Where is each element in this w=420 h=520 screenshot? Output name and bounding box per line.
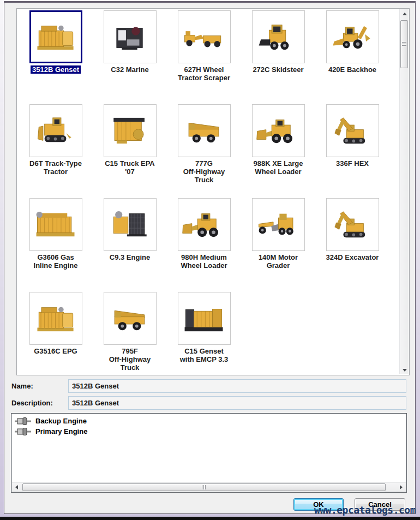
thumbnail-frame — [178, 10, 231, 63]
catalog-item[interactable]: C9.3 Engine — [93, 198, 167, 292]
thumbnail-frame — [252, 198, 305, 251]
catalog-item[interactable]: 627H Wheel Tractor Scraper — [167, 10, 241, 104]
catalog-item[interactable]: C15 Truck EPA '07 — [93, 104, 167, 198]
thumbnail-frame — [104, 198, 157, 251]
tree-item-label: Primary Engine — [35, 427, 87, 435]
catalog-item[interactable]: 324D Excavator — [315, 198, 389, 292]
inline-engine-thumb — [32, 201, 79, 248]
model-catalog-grid: 3512B Genset C32 Marine 627H Wheel Tract… — [19, 10, 389, 375]
thumbnail-frame — [326, 10, 379, 63]
watermark-text: www.epcatalogs.com — [288, 504, 416, 516]
genset-engine-thumb — [32, 14, 79, 61]
catalog-item[interactable]: 336F HEX — [315, 104, 389, 198]
wheel-loader-thumb — [255, 107, 302, 154]
catalog-item-label: G3606 Gas Inline Engine — [34, 253, 78, 270]
radiator-engine-thumb — [106, 201, 153, 248]
catalog-item[interactable]: 420E Backhoe — [315, 10, 389, 104]
catalog-item-label: 795F Off-Highway Truck — [109, 347, 151, 372]
catalog-item[interactable]: 795F Off-Highway Truck — [93, 292, 167, 375]
scroll-up-icon[interactable] — [400, 9, 409, 18]
excavator-thumb — [329, 107, 376, 154]
genset-engine-thumb — [32, 295, 79, 342]
engine-tree: Backup Engine Primary Engine — [11, 414, 406, 437]
thumbnail-frame — [178, 292, 231, 345]
thumbnail-frame — [178, 104, 231, 157]
catalog-item-label: 336F HEX — [336, 159, 369, 168]
vertical-scrollbar-thumb[interactable] — [400, 20, 408, 68]
screenshot-root: 3512B Genset C32 Marine 627H Wheel Tract… — [0, 0, 420, 520]
tree-item-primary-engine[interactable]: Primary Engine — [15, 426, 406, 437]
tree-item-backup-engine[interactable]: Backup Engine — [15, 416, 406, 426]
engine-coupling-icon — [15, 428, 31, 435]
motor-grader-thumb — [255, 201, 302, 248]
catalog-item[interactable]: 272C Skidsteer — [241, 10, 315, 104]
thumbnail-frame — [29, 104, 82, 157]
catalog-item-label: 420E Backhoe — [328, 65, 376, 74]
horizontal-scrollbar-thumb[interactable] — [22, 483, 386, 491]
catalog-item[interactable]: 988K XE Large Wheel Loader — [241, 104, 315, 198]
thumbnail-frame — [104, 104, 157, 157]
track-type-tractor-thumb — [32, 107, 79, 154]
catalog-item[interactable]: 3512B Genset — [19, 10, 93, 104]
catalog-item[interactable]: 140M Motor Grader — [241, 198, 315, 292]
catalog-item-label: C9.3 Engine — [110, 253, 150, 261]
thumbnail-frame — [104, 10, 157, 63]
vertical-scrollbar[interactable] — [399, 9, 409, 374]
horizontal-scrollbar[interactable] — [12, 482, 406, 492]
wheel-tractor-scraper-thumb — [181, 14, 227, 61]
enclosed-genset-thumb — [181, 295, 227, 342]
scroll-left-icon[interactable] — [12, 483, 21, 492]
thumbnail-frame — [29, 198, 82, 251]
model-picker-dialog: 3512B Genset C32 Marine 627H Wheel Tract… — [4, 1, 416, 514]
model-catalog-list: 3512B Genset C32 Marine 627H Wheel Tract… — [16, 8, 410, 375]
catalog-item[interactable]: 777G Off-Highway Truck — [167, 104, 241, 198]
tree-item-label: Backup Engine — [35, 417, 87, 425]
catalog-item-label: 272C Skidsteer — [253, 65, 303, 74]
backhoe-loader-thumb — [329, 14, 376, 61]
engine-tree-panel: Backup Engine Primary Engine — [11, 413, 407, 493]
thumbnail-frame — [29, 292, 82, 345]
scroll-down-icon[interactable] — [400, 366, 409, 374]
excavator-thumb — [329, 201, 376, 248]
catalog-item[interactable]: C32 Marine — [93, 10, 167, 104]
marine-engine-thumb — [106, 14, 153, 61]
catalog-item[interactable]: G3606 Gas Inline Engine — [19, 198, 93, 292]
name-input[interactable] — [68, 379, 406, 393]
off-highway-truck-thumb — [181, 107, 227, 154]
catalog-item[interactable]: G3516C EPG — [19, 292, 93, 375]
catalog-item-label: C15 Truck EPA '07 — [105, 159, 155, 176]
thumbnail-frame — [104, 292, 157, 345]
catalog-item-label: 627H Wheel Tractor Scraper — [178, 65, 230, 82]
catalog-item-label: 324D Excavator — [326, 253, 379, 261]
scroll-right-icon[interactable] — [397, 483, 406, 492]
off-highway-truck-thumb — [106, 295, 153, 342]
thumbnail-frame — [252, 10, 305, 63]
catalog-item-label: C32 Marine — [111, 65, 148, 74]
description-label: Description: — [11, 396, 53, 410]
catalog-item-label: 980H Medium Wheel Loader — [181, 253, 227, 270]
catalog-item-label: 988K XE Large Wheel Loader — [253, 159, 303, 176]
catalog-item-label: C15 Genset with EMCP 3.3 — [180, 347, 229, 363]
scrollbar-grip — [202, 485, 206, 489]
engine-coupling-icon — [15, 417, 31, 425]
catalog-item-label: D6T Track-Type Tractor — [29, 159, 82, 176]
catalog-item[interactable]: 980H Medium Wheel Loader — [167, 198, 241, 292]
thumbnail-frame — [178, 198, 231, 251]
thumbnail-frame — [326, 198, 379, 251]
catalog-item-label: G3516C EPG — [34, 347, 77, 355]
catalog-item-label: 777G Off-Highway Truck — [183, 159, 225, 184]
scrollbar-grip — [402, 42, 406, 46]
catalog-item-label: 140M Motor Grader — [259, 253, 298, 270]
catalog-item-label: 3512B Genset — [31, 65, 81, 74]
thumbnail-frame — [29, 10, 82, 63]
thumbnail-frame — [326, 104, 379, 157]
thumbnail-frame — [252, 104, 305, 157]
catalog-item[interactable]: D6T Track-Type Tractor — [19, 104, 93, 198]
wheel-loader-thumb — [181, 201, 227, 248]
truck-engine-thumb — [106, 107, 153, 154]
skidsteer-thumb — [255, 14, 302, 61]
name-label: Name: — [11, 379, 33, 393]
catalog-item[interactable]: C15 Genset with EMCP 3.3 — [167, 292, 241, 375]
description-input[interactable] — [68, 396, 406, 410]
